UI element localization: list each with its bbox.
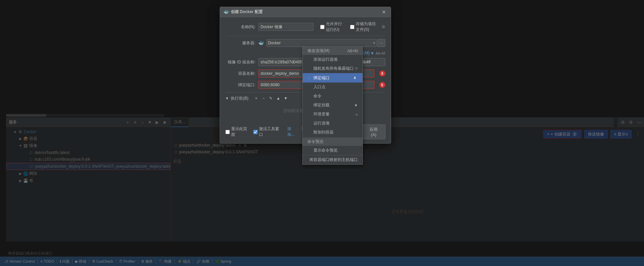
- modify-options-dropdown: 修改选项(M) Alt+M 添加运行选项 随机发布所有暴露端口 P ✓ 绑定端口…: [302, 46, 363, 165]
- activate-toolbar-label: 激活工具窗口: [259, 126, 283, 138]
- menu-item-port-mapping[interactable]: 将容器端口映射到主机端口: [303, 155, 362, 164]
- footer-more-link[interactable]: 添加...: [287, 126, 295, 137]
- activate-toolbar-check-label: 激活工具窗口: [253, 126, 283, 138]
- form-image-id-label: 镜像 ID 或名称:: [225, 59, 256, 65]
- menu-item-bind-mount[interactable]: 绑定挂载 ▼: [303, 101, 362, 110]
- menu-item-command[interactable]: 命令: [303, 92, 362, 101]
- form-server-row: 服务器: 🐳 Docker ▼ ···: [225, 39, 385, 47]
- section-toolbar-exec: + − ✎ ▲ ▼: [253, 95, 289, 101]
- store-checkbox[interactable]: [350, 25, 354, 29]
- menu-item-bind-ports[interactable]: ✓ 绑定端口 4: [303, 73, 362, 83]
- cmd-preview-label: 命令预览: [307, 139, 324, 145]
- shortcut-env-vars: -e: [354, 112, 358, 116]
- form-name-input[interactable]: [258, 23, 313, 31]
- server-select-input[interactable]: Docker: [266, 39, 377, 47]
- shortcut-random-ports: P: [355, 67, 358, 71]
- menu-label-bind-mount: 绑定挂载: [313, 102, 330, 108]
- ide-background: 服务 + ≡ ↕ ▼ ▶ ■ ▼ ⚙ Docker ▶: [0, 0, 644, 266]
- menu-label-run-options: 运行选项: [313, 120, 330, 126]
- activate-toolbar-checkbox[interactable]: [253, 130, 258, 134]
- exec-up-btn[interactable]: ▲: [275, 95, 281, 101]
- parallel-check-label: 允许并行运行(U): [320, 21, 345, 33]
- apply-button[interactable]: 应用(A): [362, 124, 385, 139]
- menu-label-add-run: 添加运行选项: [313, 57, 338, 62]
- menu-item-random-ports[interactable]: 随机发布所有暴露端口 P: [303, 64, 362, 73]
- menu-label-add-container: 附加到容器: [313, 129, 334, 135]
- modal-overlay: 🐳 创建 Docker 配置 ✕ 名称(N): 允许并行运行(U) 存储为项目: [0, 0, 644, 266]
- modal-title: 创建 Docker 配置: [231, 9, 379, 15]
- form-name-label: 名称(N):: [225, 24, 256, 30]
- menu-item-add-run-opt[interactable]: 添加运行选项: [303, 55, 362, 64]
- section-arrow-exec[interactable]: ▼: [225, 96, 229, 100]
- dropdown-header: 修改选项(M) Alt+M: [303, 47, 362, 55]
- form-bind-port-label: 绑定端口:: [225, 82, 256, 88]
- menu-label-port-mapping: 将容器端口映射到主机端口: [309, 157, 358, 163]
- menu-label-command: 命令: [313, 93, 321, 99]
- server-docker-icon: 🐳: [258, 41, 264, 46]
- menu-label-entrypoint: 入口点: [313, 84, 326, 90]
- server-more-button[interactable]: ···: [377, 39, 385, 47]
- show-page-label: 显示此页面: [231, 126, 251, 138]
- footer-link: 添加...: [287, 126, 298, 138]
- exec-add-btn[interactable]: +: [253, 95, 259, 101]
- form-divider1: [225, 36, 385, 36]
- modal-close-button[interactable]: ✕: [381, 9, 387, 15]
- form-container-name-label: 容器名称:: [225, 71, 256, 76]
- exec-down-btn[interactable]: ▼: [283, 95, 289, 101]
- menu-label-env-vars: 环境变量: [313, 111, 330, 117]
- menu-item-add-container[interactable]: 附加到容器: [303, 128, 362, 137]
- cmd-preview-section: 命令预览: [303, 138, 362, 146]
- store-label: 存储为项目文件(S): [356, 21, 377, 33]
- server-select-arrow: ▼: [373, 41, 376, 45]
- exec-edit-btn[interactable]: ✎: [268, 95, 274, 101]
- show-page-checkbox[interactable]: [225, 130, 230, 134]
- dropdown-header-shortcut: Alt+M: [347, 49, 358, 53]
- bind-port-badge: 5: [379, 82, 385, 88]
- dropdown-header-text: 修改选项(M): [307, 48, 330, 54]
- store-settings-icon[interactable]: ⚙: [382, 24, 385, 29]
- menu-label-random-ports: 随机发布所有暴露端口: [313, 66, 354, 71]
- parallel-checkbox[interactable]: [320, 25, 325, 29]
- modify-shortcut-text: Alt+M: [376, 51, 385, 55]
- modify-link-arrow: ▼: [370, 51, 374, 56]
- store-check-label: 存储为项目文件(S): [350, 21, 377, 33]
- check-bind-ports: ✓: [307, 76, 312, 80]
- modal-docker-icon: 🐳: [223, 9, 229, 14]
- container-name-badge: 3: [379, 70, 385, 76]
- menu-label-bind-ports: 绑定端口: [313, 75, 330, 81]
- menu-label-show-cmd: 显示命令预览: [313, 148, 338, 153]
- menu-item-run-options[interactable]: 运行选项: [303, 119, 362, 128]
- modal-titlebar: 🐳 创建 Docker 配置 ✕: [220, 7, 391, 17]
- menu-item-show-cmd-preview[interactable]: 显示命令预览: [303, 146, 362, 155]
- form-name-row: 名称(N): 允许并行运行(U) 存储为项目文件(S) ⚙: [225, 21, 385, 33]
- exec-remove-btn[interactable]: −: [260, 95, 266, 101]
- bind-ports-menu-badge: 4: [352, 75, 358, 81]
- form-server-label: 服务器:: [225, 40, 256, 46]
- bind-mount-arrow: ▼: [354, 103, 358, 107]
- parallel-label: 允许并行运行(U): [326, 21, 345, 33]
- show-page-check-label: 显示此页面: [225, 126, 251, 138]
- section-title-exec: 执行前(B): [231, 96, 248, 101]
- menu-item-entrypoint[interactable]: 入口点: [303, 83, 362, 92]
- menu-item-env-vars[interactable]: 环境变量 -e: [303, 110, 362, 119]
- footer-left: 显示此页面 激活工具窗口: [225, 126, 283, 138]
